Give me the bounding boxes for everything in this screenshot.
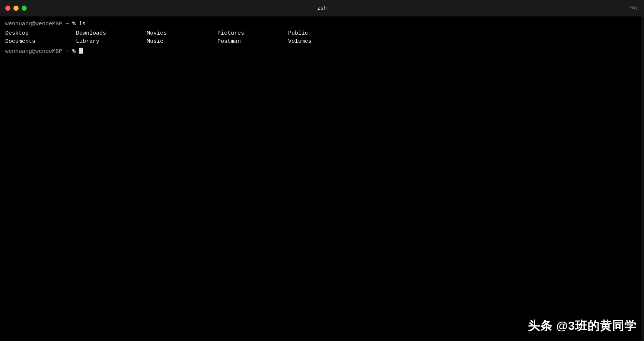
ls-item-volumes: Volumes <box>288 38 359 46</box>
prompt-suffix-1: ~ % ls <box>62 20 86 29</box>
close-button[interactable] <box>5 6 10 11</box>
prompt-suffix-2: ~ % <box>62 48 79 56</box>
titlebar: zsh ⌃⌘↕ <box>0 0 644 16</box>
keyboard-shortcut-icon: ⌃⌘↕ <box>629 5 638 11</box>
cursor <box>79 48 83 54</box>
ls-item-library: Library <box>76 38 147 46</box>
ls-output: Desktop Downloads Movies Pictures Public… <box>5 29 639 46</box>
ls-item-music: Music <box>147 38 217 46</box>
ls-item-pictures: Pictures <box>217 29 288 38</box>
prompt-user-2: wenhuang@wendeMBP <box>5 48 62 56</box>
ls-item-postman: Postman <box>217 38 288 46</box>
ls-item-desktop: Desktop <box>5 29 76 38</box>
ls-item-movies: Movies <box>147 29 217 38</box>
ls-item-public: Public <box>288 29 359 38</box>
minimize-button[interactable] <box>13 6 19 11</box>
ls-item-downloads: Downloads <box>76 29 147 38</box>
prompt-line-2: wenhuang@wendeMBP ~ % <box>5 48 639 56</box>
window-title: zsh <box>317 5 327 11</box>
maximize-button[interactable] <box>22 6 27 11</box>
prompt-line-1: wenhuang@wendeMBP ~ % ls <box>5 20 639 29</box>
traffic-lights <box>5 6 27 11</box>
terminal-body[interactable]: wenhuang@wendeMBP ~ % ls Desktop Downloa… <box>0 16 644 341</box>
prompt-text-1: wenhuang@wendeMBP <box>5 20 62 29</box>
ls-item-documents: Documents <box>5 38 76 46</box>
watermark: 头条 @3班的黄同学 <box>528 318 637 334</box>
scrollbar-area[interactable] <box>641 16 644 341</box>
